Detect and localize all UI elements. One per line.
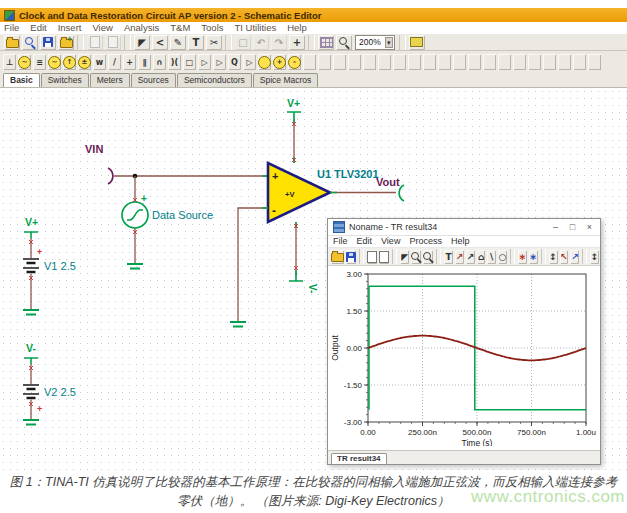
- zoom-level-select[interactable]: 200%▾: [355, 35, 395, 50]
- menu-t-m[interactable]: T&M: [170, 22, 190, 33]
- tab-switches[interactable]: Switches: [41, 73, 89, 87]
- jumper-vplus-top[interactable]: V+: [287, 97, 301, 119]
- jumper-vminus-mid[interactable]: V-: [289, 276, 318, 293]
- menu-help[interactable]: Help: [287, 22, 307, 33]
- zoom-tool-icon[interactable]: [336, 35, 352, 50]
- draw-circle-icon[interactable]: ○: [498, 250, 507, 264]
- tr-menu-help[interactable]: Help: [451, 236, 470, 246]
- opamp-icon[interactable]: ▷: [243, 54, 256, 70]
- open-icon[interactable]: [4, 35, 20, 50]
- grid-toggle-icon[interactable]: [318, 35, 334, 50]
- text-tool-icon[interactable]: T: [188, 35, 204, 50]
- menu-edit[interactable]: Edit: [30, 22, 46, 33]
- text-tool-icon[interactable]: T: [444, 250, 453, 264]
- menu-ti-utilities[interactable]: TI Utilities: [235, 22, 277, 33]
- copy-icon[interactable]: [367, 250, 377, 264]
- switch-icon[interactable]: /: [108, 54, 121, 70]
- inductor-icon[interactable]: ∩: [153, 54, 166, 70]
- zoom-window-icon[interactable]: □: [235, 35, 251, 50]
- menu-insert[interactable]: Insert: [58, 22, 82, 33]
- cut-icon[interactable]: ✂: [206, 35, 222, 50]
- menu-analysis[interactable]: Analysis: [124, 22, 159, 33]
- probe-b-icon[interactable]: ↗: [466, 250, 475, 264]
- cursor-b-icon[interactable]: ↗: [570, 250, 579, 264]
- io-pin-icon[interactable]: [258, 54, 271, 70]
- node-plus-icon[interactable]: +: [123, 54, 136, 70]
- menu-view[interactable]: View: [92, 22, 112, 33]
- zoom-in-icon[interactable]: [411, 250, 421, 264]
- draw-line-icon[interactable]: \: [487, 250, 496, 264]
- paste-icon[interactable]: [105, 35, 121, 50]
- save-icon[interactable]: [40, 35, 56, 50]
- export-icon[interactable]: [379, 250, 389, 264]
- relay-icon[interactable]: □: [183, 54, 196, 70]
- tr-menu-file[interactable]: File: [333, 236, 348, 246]
- draw-wire-icon[interactable]: ✎: [170, 35, 186, 50]
- signal-generator-icon[interactable]: ±: [78, 54, 91, 70]
- minimize-button[interactable]: –: [547, 219, 564, 235]
- voltage-generator-icon[interactable]: ~: [48, 54, 61, 70]
- tab-semiconductors[interactable]: Semiconductors: [177, 73, 252, 87]
- battery-v1[interactable]: V1 2.5: [23, 259, 76, 272]
- zener-diode-icon[interactable]: ▷: [213, 54, 226, 70]
- zoom-area-icon[interactable]: [423, 250, 433, 264]
- jumper-vplus-left[interactable]: V+: [24, 216, 38, 238]
- terminal-vin[interactable]: VIN: [85, 143, 113, 184]
- tr-plot-area[interactable]: 0.00250.00n500.00n750.00n1.00u3.001.500.…: [328, 266, 600, 450]
- open-icon[interactable]: [331, 250, 344, 264]
- jumper-vminus-left[interactable]: V-: [24, 342, 38, 364]
- x-axis-settings-icon[interactable]: ∗: [518, 250, 527, 264]
- find-icon[interactable]: [22, 35, 38, 50]
- transformer-icon[interactable]: )(: [168, 54, 181, 70]
- voltage-source-icon[interactable]: ~: [18, 54, 31, 70]
- maximize-button[interactable]: □: [564, 219, 581, 235]
- probe-a-icon[interactable]: ↗: [455, 250, 464, 264]
- tr-titlebar[interactable]: Noname - TR result34 –□×: [328, 219, 600, 236]
- diode-icon[interactable]: ▷: [198, 54, 211, 70]
- resistor-icon[interactable]: w: [93, 54, 106, 70]
- tab-sources[interactable]: Sources: [131, 73, 176, 87]
- tr-menu-edit[interactable]: Edit: [357, 236, 373, 246]
- open-macro-icon[interactable]: [58, 35, 74, 50]
- tab-meters[interactable]: Meters: [90, 73, 130, 87]
- battery-icon[interactable]: ≡: [33, 54, 46, 70]
- crosshair-icon[interactable]: +: [289, 35, 305, 50]
- data-source[interactable]: + Data Source: [122, 193, 213, 228]
- current-source-icon[interactable]: ↑: [63, 54, 76, 70]
- ground-v1[interactable]: [23, 310, 39, 315]
- tr-result-tab[interactable]: TR result34: [331, 453, 387, 464]
- jumper-icon[interactable]: ⊥: [3, 54, 16, 70]
- ground-inverting[interactable]: [230, 322, 246, 327]
- close-button[interactable]: ×: [581, 219, 598, 235]
- ground-source[interactable]: [127, 264, 143, 269]
- battery-v2[interactable]: V2 2.5: [23, 385, 76, 398]
- legend-box-icon[interactable]: ⌂: [477, 250, 486, 264]
- redo-icon[interactable]: ↷: [271, 35, 287, 50]
- terminal-vout[interactable]: Vout: [376, 176, 404, 201]
- vcc-pin-icon[interactable]: +: [273, 54, 286, 70]
- tr-plot[interactable]: 0.00250.00n500.00n750.00n1.00u3.001.500.…: [328, 266, 598, 446]
- tr-menu-process[interactable]: Process: [409, 236, 442, 246]
- gnd-pin-icon[interactable]: -: [288, 54, 301, 70]
- cursor-a-icon[interactable]: ↖: [560, 250, 569, 264]
- tab-basic[interactable]: Basic: [3, 73, 40, 87]
- save-icon[interactable]: [346, 250, 356, 264]
- macro-chip-icon[interactable]: [409, 35, 425, 50]
- tab-spice-macros[interactable]: Spice Macros: [253, 73, 319, 87]
- last-component-icon[interactable]: <: [152, 35, 168, 50]
- select-cursor-icon[interactable]: ◤: [134, 35, 150, 50]
- undo-icon[interactable]: ↶: [253, 35, 269, 50]
- autoscale-icon[interactable]: ↕: [549, 250, 558, 264]
- copy-icon[interactable]: [87, 35, 103, 50]
- tr-menu-view[interactable]: View: [381, 236, 400, 246]
- capacitor-icon[interactable]: ∥: [138, 54, 151, 70]
- wire-inverting-ground[interactable]: [238, 208, 268, 322]
- cursor-icon[interactable]: ◤: [400, 250, 409, 264]
- page-spinner-icon[interactable]: ↕: [590, 250, 599, 264]
- menu-file[interactable]: File: [4, 22, 19, 33]
- chevron-down-icon[interactable]: ▾: [385, 37, 393, 48]
- menu-tools[interactable]: Tools: [201, 22, 223, 33]
- ground-v2[interactable]: [23, 420, 39, 425]
- tr-result-window[interactable]: Noname - TR result34 –□× FileEditViewPro…: [327, 218, 601, 465]
- npn-transistor-icon[interactable]: Q: [228, 54, 241, 70]
